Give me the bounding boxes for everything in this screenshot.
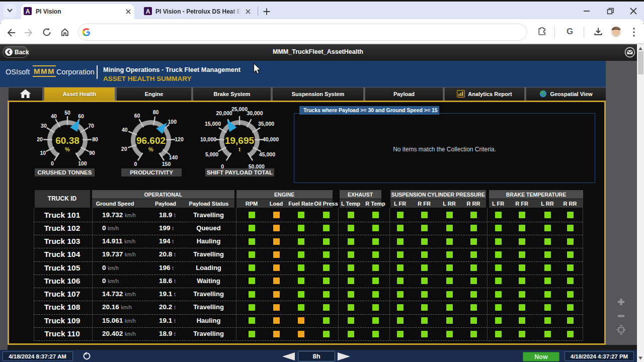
svg-text:60: 60 bbox=[134, 113, 140, 119]
svg-text:20: 20 bbox=[37, 136, 43, 142]
svg-text:30,000: 30,000 bbox=[247, 110, 263, 116]
svg-text:40: 40 bbox=[51, 113, 57, 119]
svg-text:19,695: 19,695 bbox=[224, 135, 254, 146]
svg-text:150: 150 bbox=[162, 161, 171, 167]
svg-text:90: 90 bbox=[89, 150, 95, 156]
svg-text:60: 60 bbox=[78, 113, 84, 119]
svg-text:80: 80 bbox=[92, 136, 98, 142]
svg-text:0: 0 bbox=[134, 161, 137, 167]
svg-text:20,000: 20,000 bbox=[216, 110, 232, 116]
svg-text:A: A bbox=[26, 8, 30, 15]
svg-text:100: 100 bbox=[78, 160, 87, 166]
svg-text:60.38: 60.38 bbox=[55, 135, 79, 146]
svg-text:10: 10 bbox=[40, 150, 46, 156]
svg-text:80: 80 bbox=[153, 109, 159, 115]
svg-text:15,000: 15,000 bbox=[204, 121, 220, 127]
svg-text:%: % bbox=[148, 146, 153, 152]
svg-text:140: 140 bbox=[169, 154, 178, 160]
svg-text:50: 50 bbox=[64, 110, 70, 116]
svg-text:20: 20 bbox=[121, 146, 127, 152]
svg-text:45,000: 45,000 bbox=[259, 151, 275, 157]
svg-text:5,000: 5,000 bbox=[205, 151, 218, 157]
svg-text:10,000: 10,000 bbox=[200, 136, 216, 142]
svg-text:70: 70 bbox=[88, 123, 94, 129]
svg-text:96.602: 96.602 bbox=[136, 135, 166, 146]
svg-text:A: A bbox=[146, 8, 150, 15]
svg-text:35,000: 35,000 bbox=[258, 121, 274, 127]
svg-text:30: 30 bbox=[41, 123, 47, 129]
svg-text:120: 120 bbox=[175, 136, 184, 142]
svg-text:40: 40 bbox=[122, 127, 128, 133]
svg-text:25,000: 25,000 bbox=[231, 106, 247, 112]
svg-text:0: 0 bbox=[51, 160, 54, 166]
svg-text:100: 100 bbox=[168, 119, 177, 125]
svg-text:40,000: 40,000 bbox=[262, 136, 278, 142]
svg-text:%: % bbox=[65, 146, 70, 152]
svg-text:t: t bbox=[238, 146, 240, 152]
